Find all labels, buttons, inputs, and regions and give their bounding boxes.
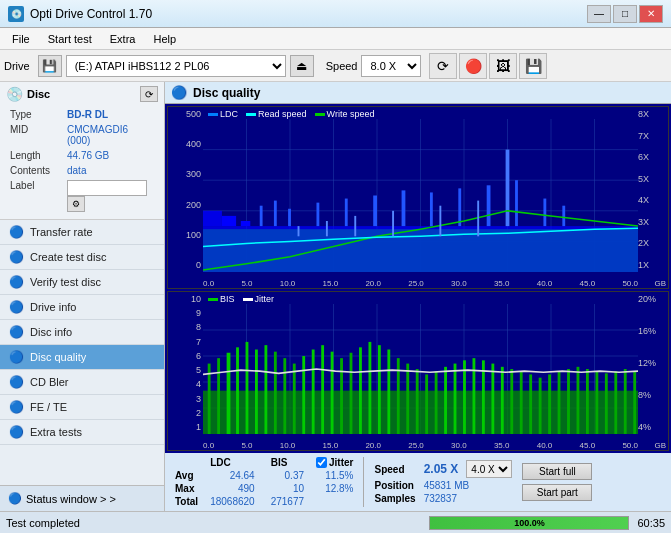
label-btn[interactable]: ⚙ bbox=[67, 196, 85, 212]
sidebar-item-label: Drive info bbox=[30, 301, 76, 313]
menu-help[interactable]: Help bbox=[145, 31, 184, 47]
sidebar-item-create-test-disc[interactable]: 🔵 Create test disc bbox=[0, 245, 164, 270]
contents-label: Contents bbox=[8, 164, 63, 177]
cd-bler-icon: 🔵 bbox=[8, 375, 24, 389]
readspeed-color bbox=[246, 113, 256, 116]
sidebar-item-cd-bler[interactable]: 🔵 CD Bler bbox=[0, 370, 164, 395]
start-full-button[interactable]: Start full bbox=[522, 463, 592, 480]
ldc-total: 18068620 bbox=[202, 495, 263, 508]
disc-length-row: Length 44.76 GB bbox=[8, 149, 156, 162]
toolbar-btn-3[interactable]: 🖼 bbox=[489, 53, 517, 79]
toolbar-btn-4[interactable]: 💾 bbox=[519, 53, 547, 79]
status-window-btn[interactable]: 🔵 Status window > > bbox=[0, 485, 164, 511]
dq-title: Disc quality bbox=[193, 86, 260, 100]
writespeed-label: Write speed bbox=[327, 109, 375, 119]
sidebar-item-label: CD Bler bbox=[30, 376, 69, 388]
toolbar-btn-1[interactable]: ⟳ bbox=[429, 53, 457, 79]
ldc-label: LDC bbox=[220, 109, 238, 119]
jitter-avg: 11.5% bbox=[312, 469, 357, 482]
svg-rect-20 bbox=[316, 203, 319, 226]
disc-refresh-btn[interactable]: ⟳ bbox=[140, 86, 158, 102]
svg-rect-63 bbox=[312, 350, 315, 435]
sidebar-item-label: Extra tests bbox=[30, 426, 82, 438]
sidebar-item-drive-info[interactable]: 🔵 Drive info bbox=[0, 295, 164, 320]
svg-rect-61 bbox=[293, 364, 296, 434]
contents-value: data bbox=[65, 164, 156, 177]
type-value: BD-R DL bbox=[65, 108, 156, 121]
bis-total: 271677 bbox=[263, 495, 312, 508]
readspeed-legend: Read speed bbox=[246, 109, 307, 119]
drive-info-icon: 🔵 bbox=[8, 300, 24, 314]
sidebar-item-verify-test-disc[interactable]: 🔵 Verify test disc bbox=[0, 270, 164, 295]
svg-rect-72 bbox=[397, 358, 400, 434]
bis-col-header: BIS bbox=[263, 456, 312, 469]
ldc-col-header: LDC bbox=[202, 456, 263, 469]
svg-rect-30 bbox=[562, 206, 565, 226]
close-button[interactable]: ✕ bbox=[639, 5, 663, 23]
drive-icon-btn[interactable]: 💾 bbox=[38, 55, 62, 77]
drive-select[interactable]: (E:) ATAPI iHBS112 2 PL06 bbox=[66, 55, 286, 77]
stats-bar: LDC BIS Jitter Avg 24.64 0.37 11.5% bbox=[165, 453, 671, 511]
sidebar-item-disc-quality[interactable]: 🔵 Disc quality bbox=[0, 345, 164, 370]
disc-label-row: Label ⚙ bbox=[8, 179, 156, 213]
menu-file[interactable]: File bbox=[4, 31, 38, 47]
status-window-label: Status window > > bbox=[26, 493, 116, 505]
start-part-button[interactable]: Start part bbox=[522, 484, 592, 501]
svg-rect-28 bbox=[515, 180, 518, 226]
jitter-label: Jitter bbox=[255, 294, 275, 304]
top-x-axis: 0.0 5.0 10.0 15.0 20.0 25.0 30.0 35.0 40… bbox=[203, 279, 638, 288]
length-value: 44.76 GB bbox=[65, 149, 156, 162]
svg-rect-86 bbox=[529, 374, 532, 434]
length-label: Length bbox=[8, 149, 63, 162]
svg-rect-56 bbox=[246, 342, 249, 434]
sidebar-item-label: Disc info bbox=[30, 326, 72, 338]
sidebar-item-transfer-rate[interactable]: 🔵 Transfer rate bbox=[0, 220, 164, 245]
sidebar-item-label: Disc quality bbox=[30, 351, 86, 363]
eject-button[interactable]: ⏏ bbox=[290, 55, 314, 77]
svg-rect-68 bbox=[359, 347, 362, 434]
svg-rect-32 bbox=[298, 226, 300, 236]
total-label: Total bbox=[171, 495, 202, 508]
dq-header: 🔵 Disc quality bbox=[165, 82, 671, 104]
extra-tests-icon: 🔵 bbox=[8, 425, 24, 439]
bis-legend: BIS bbox=[208, 294, 235, 304]
sidebar-item-label: Transfer rate bbox=[30, 226, 93, 238]
jitter-checkbox[interactable] bbox=[316, 457, 327, 468]
transfer-rate-icon: 🔵 bbox=[8, 225, 24, 239]
svg-rect-16 bbox=[241, 221, 250, 226]
minimize-button[interactable]: — bbox=[587, 5, 611, 23]
stats-divider-1 bbox=[363, 457, 364, 507]
position-label: Position bbox=[370, 479, 419, 492]
label-input[interactable] bbox=[67, 180, 147, 196]
speed-row: Speed 2.05 X 4.0 X bbox=[370, 459, 516, 479]
sidebar-item-disc-info[interactable]: 🔵 Disc info bbox=[0, 320, 164, 345]
maximize-button[interactable]: □ bbox=[613, 5, 637, 23]
svg-rect-18 bbox=[274, 201, 277, 227]
toolbar-btn-2[interactable]: 🔴 bbox=[459, 53, 487, 79]
sidebar-item-fe-te[interactable]: 🔵 FE / TE bbox=[0, 395, 164, 420]
label-label: Label bbox=[8, 179, 63, 213]
menu-starttest[interactable]: Start test bbox=[40, 31, 100, 47]
svg-rect-85 bbox=[520, 371, 523, 434]
status-text: Test completed bbox=[6, 517, 425, 529]
stats-table: LDC BIS Jitter Avg 24.64 0.37 11.5% bbox=[171, 456, 357, 508]
bis-max: 10 bbox=[263, 482, 312, 495]
time-text: 60:35 bbox=[637, 517, 665, 529]
menu-extra[interactable]: Extra bbox=[102, 31, 144, 47]
jitter-legend: Jitter bbox=[243, 294, 275, 304]
samples-value: 732837 bbox=[420, 492, 517, 505]
max-label: Max bbox=[171, 482, 202, 495]
disc-type-row: Type BD-R DL bbox=[8, 108, 156, 121]
sidebar-item-extra-tests[interactable]: 🔵 Extra tests bbox=[0, 420, 164, 445]
svg-rect-15 bbox=[222, 216, 236, 226]
svg-rect-67 bbox=[350, 353, 353, 434]
speed-select[interactable]: 8.0 X bbox=[361, 55, 421, 77]
readspeed-label: Read speed bbox=[258, 109, 307, 119]
sidebar-item-label: Verify test disc bbox=[30, 276, 101, 288]
type-label: Type bbox=[8, 108, 63, 121]
progress-container: 100.0% bbox=[429, 516, 629, 530]
disc-icon: 💿 bbox=[6, 86, 23, 102]
charts-container: LDC Read speed Write speed 500 400 300 bbox=[165, 104, 671, 453]
top-chart-svg bbox=[203, 119, 638, 272]
speed-select[interactable]: 4.0 X bbox=[466, 460, 512, 478]
